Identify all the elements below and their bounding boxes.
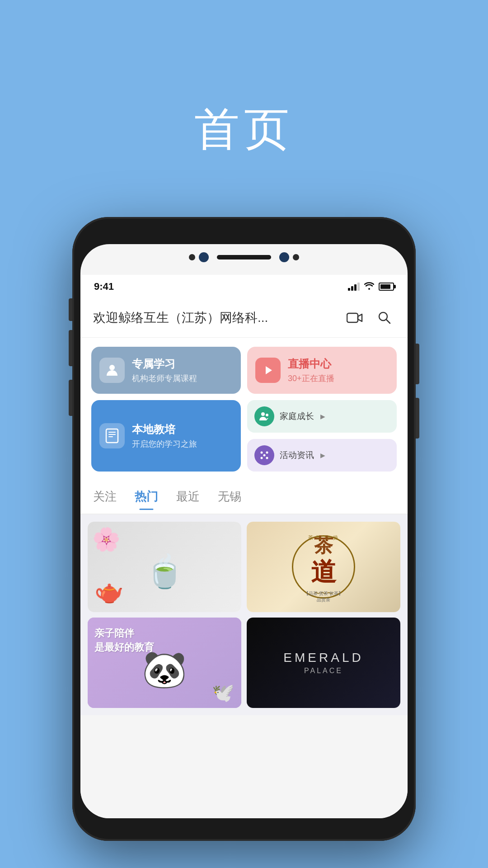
signal-bar-4 — [357, 283, 360, 291]
status-bar: 9:41 — [80, 275, 408, 298]
main-camera — [199, 252, 209, 262]
camera-dot — [189, 254, 195, 260]
quick-grid: 专属学习 机构老师专属课程 直播中心 30+正在直播 — [80, 338, 408, 481]
status-right — [348, 282, 394, 292]
family-icon — [254, 406, 274, 426]
svg-point-2 — [109, 365, 115, 370]
study-subtitle: 机构老师专属课程 — [132, 373, 197, 384]
tab-recent[interactable]: 最近 — [176, 489, 200, 509]
svg-rect-7 — [108, 434, 116, 435]
power-button-mid — [416, 398, 419, 439]
tea-description: 【品茶·赏茶·饮茶】品赏茶 — [251, 590, 396, 603]
live-title: 直播中心 — [288, 357, 334, 371]
mini-grid: 家庭成长 ▶ 活动资讯 — [247, 400, 397, 472]
tea-ceremony-image: 茶 冶 情 操 茶 道 〜〜〜 【品茶·赏茶·饮茶】品赏茶 — [247, 522, 400, 612]
page-title: 首页 — [0, 99, 488, 160]
volume-down-button — [69, 380, 72, 416]
local-text: 本地教培 开启您的学习之旅 — [132, 422, 197, 449]
family-label: 家庭成长 — [280, 410, 314, 422]
emerald-visual: EMERALD PALACE — [247, 618, 400, 708]
panda-icon: 🐼 — [142, 648, 187, 691]
family-arrow: ▶ — [320, 413, 325, 420]
svg-point-13 — [261, 457, 263, 459]
children-card[interactable]: 亲子陪伴是最好的教育 🐼 🕊️ — [88, 618, 241, 708]
tea-ceremony-card[interactable]: 茶 冶 情 操 茶 道 〜〜〜 【品茶·赏茶·饮茶】品赏茶 — [247, 522, 400, 612]
tab-follow[interactable]: 关注 — [93, 489, 117, 509]
battery-icon — [379, 283, 394, 291]
local-subtitle: 开启您的学习之旅 — [132, 439, 197, 449]
svg-rect-6 — [108, 432, 116, 433]
local-icon — [99, 423, 125, 448]
activity-arrow: ▶ — [320, 452, 325, 459]
video-camera-button[interactable] — [344, 307, 365, 328]
speaker-grill — [217, 255, 271, 259]
wifi-icon — [364, 282, 374, 292]
svg-rect-8 — [108, 436, 113, 437]
svg-point-12 — [266, 452, 268, 454]
activity-icon — [254, 445, 274, 465]
signal-bar-1 — [348, 288, 350, 291]
local-title: 本地教培 — [132, 422, 197, 437]
tea-char-big: 道 — [311, 555, 336, 590]
header-icons — [344, 307, 395, 328]
study-button[interactable]: 专属学习 机构老师专属课程 — [91, 347, 241, 394]
app-content: 欢迎鲸络互生（江苏）网络科... — [80, 298, 408, 818]
family-button[interactable]: 家庭成长 ▶ — [247, 400, 397, 433]
study-text: 专属学习 机构老师专属课程 — [132, 357, 197, 384]
children-visual: 亲子陪伴是最好的教育 🐼 🕊️ — [88, 618, 241, 708]
camera-row — [189, 252, 299, 262]
svg-point-10 — [266, 414, 268, 416]
svg-marker-4 — [266, 366, 272, 374]
svg-rect-0 — [347, 313, 358, 322]
svg-point-11 — [261, 452, 263, 454]
activity-label: 活动资讯 — [280, 449, 314, 461]
bird-icon: 🕊️ — [212, 682, 235, 703]
tea-visual: 🌸 🍵 🫖 — [88, 522, 241, 612]
time-display: 9:41 — [94, 281, 114, 292]
emerald-image: EMERALD PALACE — [247, 618, 400, 708]
svg-rect-5 — [106, 429, 118, 443]
front-camera — [279, 252, 289, 262]
app-header: 欢迎鲸络互生（江苏）网络科... — [80, 298, 408, 338]
silent-button — [69, 298, 72, 321]
live-icon — [255, 358, 281, 383]
live-button[interactable]: 直播中心 30+正在直播 — [247, 347, 397, 394]
content-grid: 🌸 🍵 🫖 茶 冶 情 操 茶 道 — [80, 514, 408, 715]
local-button[interactable]: 本地教培 开启您的学习之旅 — [91, 400, 241, 472]
emerald-title: EMERALD — [283, 651, 363, 665]
tea-items-image: 🌸 🍵 🫖 — [88, 522, 241, 612]
emerald-card[interactable]: EMERALD PALACE — [247, 618, 400, 708]
children-image: 亲子陪伴是最好的教育 🐼 🕊️ — [88, 618, 241, 708]
tea-tray: 🫖 — [94, 578, 124, 605]
children-text: 亲子陪伴是最好的教育 — [94, 627, 154, 655]
signal-bar-3 — [354, 284, 357, 291]
study-icon — [99, 358, 125, 383]
live-text: 直播中心 30+正在直播 — [288, 357, 334, 384]
search-button[interactable] — [374, 307, 395, 328]
signal-icon — [348, 283, 360, 291]
tea-bowl-icon: 🍵 — [145, 553, 184, 590]
sensor-dot — [293, 254, 299, 260]
tea-items-card[interactable]: 🌸 🍵 🫖 — [88, 522, 241, 612]
power-button — [416, 344, 419, 384]
header-title: 欢迎鲸络互生（江苏）网络科... — [93, 309, 344, 326]
tab-wuxi[interactable]: 无锡 — [218, 489, 241, 509]
study-title: 专属学习 — [132, 357, 197, 371]
emerald-text: EMERALD PALACE — [283, 651, 363, 675]
signal-bar-2 — [351, 286, 353, 291]
cherry-blossom: 🌸 — [92, 526, 120, 552]
svg-point-15 — [263, 454, 266, 457]
emerald-subtitle: PALACE — [283, 667, 363, 675]
volume-up-button — [69, 330, 72, 366]
tab-hot[interactable]: 热门 — [135, 489, 158, 509]
battery-fill — [380, 284, 390, 289]
phone-screen: 9:41 — [80, 244, 408, 818]
tea-circle: 茶 冶 情 操 茶 道 〜〜〜 — [292, 535, 355, 599]
tab-bar: 关注 热门 最近 无锡 — [80, 481, 408, 514]
svg-point-14 — [266, 457, 268, 459]
svg-rect-3 — [108, 371, 116, 372]
svg-point-9 — [261, 412, 265, 416]
activity-button[interactable]: 活动资讯 ▶ — [247, 439, 397, 472]
live-subtitle: 30+正在直播 — [288, 373, 334, 384]
phone-mockup: 9:41 — [72, 217, 416, 841]
